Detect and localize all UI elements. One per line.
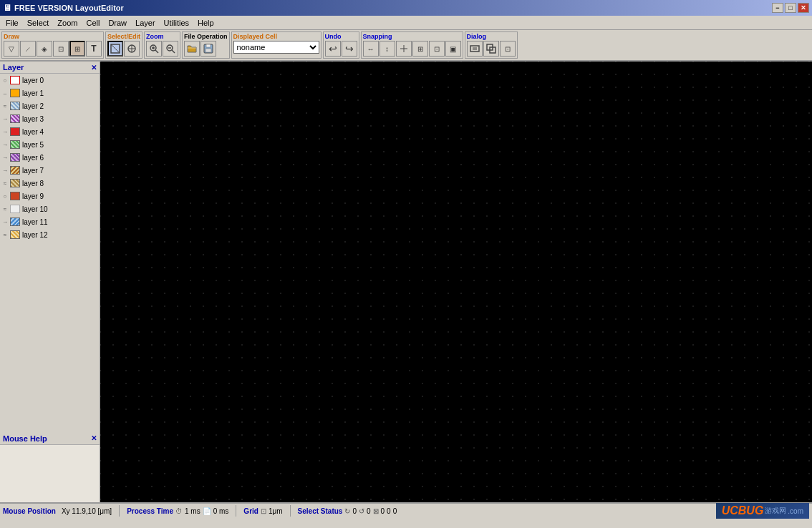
svg-rect-17 <box>470 46 479 52</box>
close-button[interactable]: ✕ <box>798 3 809 13</box>
redo-btn[interactable]: ↪ <box>342 41 357 57</box>
layer-item-1[interactable]: – layer 1 <box>0 87 100 99</box>
cell-select[interactable]: noname <box>233 41 319 54</box>
mouse-help-close[interactable]: ✕ <box>91 434 97 443</box>
layer-name-1: layer 1 <box>22 89 44 97</box>
select-val-5: 0 <box>393 507 397 515</box>
menu-help[interactable]: Help <box>193 17 218 29</box>
draw-btn-1[interactable]: ▽ <box>4 41 19 57</box>
menu-utilities[interactable]: Utilities <box>160 17 193 29</box>
menu-file[interactable]: File <box>1 17 23 29</box>
toolbar-zoom-label: Zoom <box>146 33 178 40</box>
layer-color-0 <box>10 76 20 84</box>
layer-panel-close[interactable]: ✕ <box>91 64 97 72</box>
toolbar-displayed-cell: Displayed Cell noname <box>231 31 322 59</box>
select-status-label: Select Status <box>298 507 343 515</box>
snap-btn-3[interactable] <box>396 41 412 57</box>
dialog-btn-1[interactable] <box>467 41 483 57</box>
toolbar-area: Draw ▽ ⟋ ◈ ⊡ ⊞ T Select/Edit Zoom <box>0 30 812 62</box>
layer-color-4 <box>10 127 20 136</box>
toolbar-displayed-cell-label: Displayed Cell <box>233 33 319 40</box>
layer-vis-7: → <box>1 167 9 174</box>
layer-vis-6: → <box>1 154 9 161</box>
layer-color-7 <box>10 166 20 175</box>
menu-zoom[interactable]: Zoom <box>53 17 82 29</box>
dialog-btn-2[interactable] <box>483 41 499 57</box>
draw-btn-2[interactable]: ⟋ <box>20 41 36 57</box>
status-bar: Mouse Position Xy 11.9,10 [μm] Process T… <box>0 502 812 518</box>
layer-color-8 <box>10 179 20 187</box>
layer-color-1 <box>10 89 20 97</box>
zoom-btn-1[interactable] <box>146 41 162 57</box>
process-time-label: Process Time <box>127 507 173 515</box>
layer-name-4: layer 4 <box>22 128 44 136</box>
mouse-help-content <box>0 445 100 502</box>
divider-3 <box>290 505 291 517</box>
layer-item-7[interactable]: → layer 7 <box>0 164 100 177</box>
file-save-btn[interactable] <box>200 41 216 57</box>
menu-select[interactable]: Select <box>23 17 54 29</box>
snap-btn-5[interactable]: ⊡ <box>429 41 445 57</box>
select-edit-btn-1[interactable] <box>107 41 123 57</box>
layer-item-12[interactable]: ≈ layer 12 <box>0 228 100 241</box>
process-time-section: Process Time ⏱ 1 ms 📄 0 ms <box>127 507 228 515</box>
layer-name-12: layer 12 <box>22 231 48 239</box>
mouse-position-section: Mouse Position <box>3 507 56 515</box>
layer-item-9[interactable]: ○ layer 9 <box>0 190 100 202</box>
layer-item-5[interactable]: → layer 5 <box>0 138 100 151</box>
draw-btn-3[interactable]: ◈ <box>37 41 52 57</box>
mouse-position-label: Mouse Position <box>3 507 56 515</box>
file-open-btn[interactable] <box>184 41 200 57</box>
layer-item-2[interactable]: ≈ layer 2 <box>0 99 100 112</box>
layer-item-3[interactable]: → layer 3 <box>0 112 100 125</box>
menu-draw[interactable]: Draw <box>104 17 131 29</box>
zoom-btn-2[interactable] <box>163 41 178 57</box>
toolbar-draw: Draw ▽ ⟋ ◈ ⊡ ⊞ T <box>1 31 104 59</box>
minimize-button[interactable]: − <box>772 3 783 13</box>
layer-color-11 <box>10 217 20 226</box>
layer-color-5 <box>10 140 20 149</box>
layer-name-0: layer 0 <box>22 77 44 84</box>
layer-item-10[interactable]: ≈ layer 10 <box>0 202 100 215</box>
layer-name-3: layer 3 <box>22 115 44 123</box>
layer-item-4[interactable]: → layer 4 <box>0 125 100 138</box>
toolbar-undo: Undo ↩ ↪ <box>323 31 359 59</box>
mouse-help-header: Mouse Help ✕ <box>0 433 100 445</box>
layer-color-9 <box>10 192 20 200</box>
watermark-sub: 游戏网 <box>765 506 786 516</box>
toolbar-undo-label: Undo <box>325 33 357 40</box>
layer-item-0[interactable]: ○ layer 0 <box>0 74 100 87</box>
menu-layer[interactable]: Layer <box>131 17 160 29</box>
snap-btn-1[interactable]: ↔ <box>363 41 379 57</box>
snap-btn-4[interactable]: ⊞ <box>412 41 428 57</box>
snap-btn-6[interactable]: ▣ <box>445 41 461 57</box>
snap-btn-2[interactable]: ↕ <box>380 41 395 57</box>
layer-item-6[interactable]: → layer 6 <box>0 151 100 164</box>
layer-vis-0: ○ <box>1 77 9 84</box>
draw-btn-5[interactable]: ⊞ <box>69 41 85 57</box>
layer-vis-10: ≈ <box>1 205 9 212</box>
draw-btn-text[interactable]: T <box>86 41 102 57</box>
mouse-position-value: Xy 11.9,10 [μm] <box>62 507 112 515</box>
title-bar: 🖥 FREE VERSION LayoutEditor − □ ✕ <box>0 0 812 16</box>
menu-cell[interactable]: Cell <box>82 17 104 29</box>
undo-btn[interactable]: ↩ <box>325 41 341 57</box>
select-val-3: 0 <box>381 507 385 515</box>
select-icon-1: ↻ <box>344 507 350 515</box>
draw-btn-4[interactable]: ⊡ <box>53 41 69 57</box>
maximize-button[interactable]: □ <box>785 3 796 13</box>
select-icon-2: ↺ <box>359 507 364 515</box>
dot-grid-canvas <box>100 62 812 502</box>
canvas-area[interactable] <box>100 62 812 502</box>
layer-name-8: layer 8 <box>22 180 44 187</box>
layer-vis-3: → <box>1 115 9 122</box>
watermark-url: .com <box>788 507 803 515</box>
dialog-btn-3[interactable]: ⊡ <box>500 41 516 57</box>
grid-value: 1μm <box>269 507 283 515</box>
layer-item-11[interactable]: → layer 11 <box>0 215 100 228</box>
layer-header-text: Layer <box>3 63 24 72</box>
toolbar-undo-buttons: ↩ ↪ <box>325 41 357 57</box>
layer-item-8[interactable]: ≈ layer 8 <box>0 177 100 190</box>
select-edit-btn-2[interactable] <box>124 41 140 57</box>
watermark-brand: UCBUG <box>722 504 764 517</box>
